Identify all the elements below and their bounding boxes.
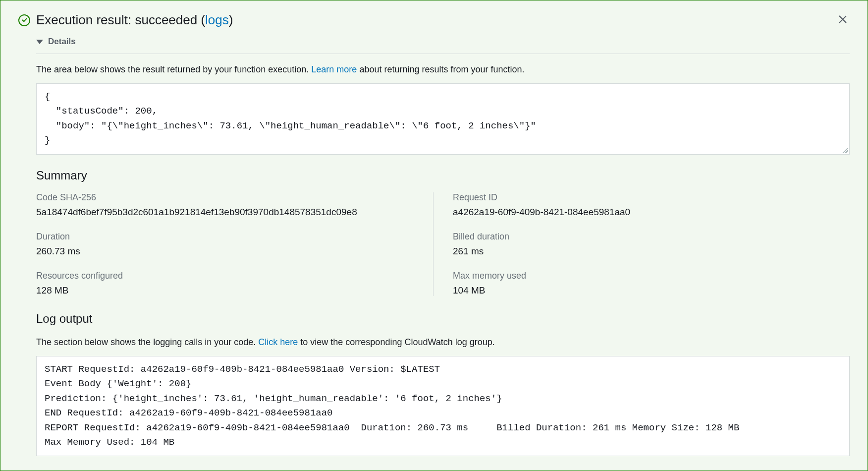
execution-result-panel: Execution result: succeeded (logs) Detai… (0, 0, 868, 471)
summary-resources: Resources configured 128 MB (36, 271, 433, 296)
max-mem-label: Max memory used (453, 271, 850, 281)
desc-suffix: about returning results from your functi… (357, 64, 524, 74)
title-prefix: Execution result: succeeded ( (36, 12, 205, 27)
learn-more-link[interactable]: Learn more (311, 64, 357, 74)
resources-value: 128 MB (36, 285, 433, 296)
summary-duration: Duration 260.73 ms (36, 232, 433, 257)
summary-billed-duration: Billed duration 261 ms (453, 232, 850, 257)
result-description: The area below shows the result returned… (36, 63, 850, 76)
click-here-link[interactable]: Click here (258, 337, 298, 347)
summary-request-id: Request ID a4262a19-60f9-409b-8421-084ee… (453, 192, 850, 218)
summary-grid: Code SHA-256 5a18474df6bef7f95b3d2c601a1… (36, 192, 850, 296)
request-id-value: a4262a19-60f9-409b-8421-084ee5981aa0 (453, 207, 850, 218)
resources-label: Resources configured (36, 271, 433, 281)
success-check-icon (18, 14, 30, 26)
summary-code-sha: Code SHA-256 5a18474df6bef7f95b3d2c601a1… (36, 192, 433, 218)
result-header: Execution result: succeeded (logs) (18, 12, 850, 28)
logs-link[interactable]: logs (205, 12, 229, 27)
log-output-description: The section below shows the logging call… (36, 336, 850, 349)
desc-prefix: The area below shows the result returned… (36, 64, 311, 74)
code-sha-value: 5a18474df6bef7f95b3d2c601a1b921814ef13eb… (36, 207, 433, 218)
log-desc-prefix: The section below shows the logging call… (36, 337, 258, 347)
log-output-box[interactable]: START RequestId: a4262a19-60f9-409b-8421… (36, 356, 850, 457)
code-sha-label: Code SHA-256 (36, 192, 433, 203)
chevron-down-icon (36, 40, 43, 44)
summary-max-memory: Max memory used 104 MB (453, 271, 850, 296)
close-icon (837, 13, 849, 25)
details-label: Details (48, 37, 76, 47)
result-title: Execution result: succeeded (logs) (36, 12, 233, 28)
close-button[interactable] (836, 12, 850, 26)
duration-label: Duration (36, 232, 433, 242)
log-desc-suffix: to view the corresponding CloudWatch log… (298, 337, 495, 347)
billed-label: Billed duration (453, 232, 850, 242)
title-suffix: ) (229, 12, 233, 27)
billed-value: 261 ms (453, 246, 850, 257)
summary-heading: Summary (36, 169, 850, 182)
duration-value: 260.73 ms (36, 246, 433, 257)
request-id-label: Request ID (453, 192, 850, 203)
details-toggle[interactable]: Details (36, 37, 850, 54)
log-output-heading: Log output (36, 312, 850, 326)
max-mem-value: 104 MB (453, 285, 850, 296)
result-json-box[interactable]: { "statusCode": 200, "body": "{\"height_… (36, 83, 850, 155)
